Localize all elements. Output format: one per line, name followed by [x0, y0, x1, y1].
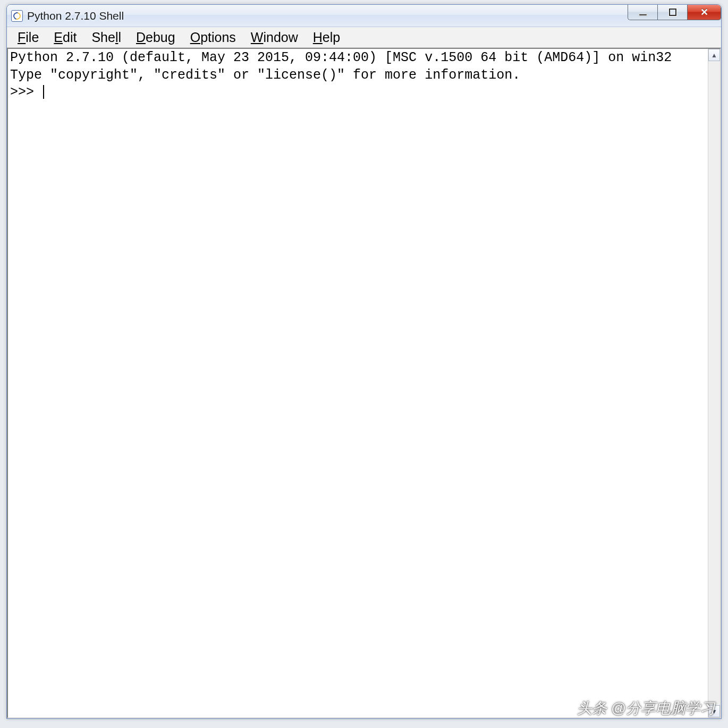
- menu-edit[interactable]: Edit: [47, 29, 83, 46]
- menu-debug[interactable]: Debug: [130, 29, 182, 46]
- close-icon: ✕: [700, 6, 708, 18]
- window-controls: ✕: [628, 4, 721, 20]
- scroll-up-button[interactable]: ▲: [708, 49, 720, 61]
- scrollbar-track[interactable]: [708, 61, 720, 705]
- scroll-down-button[interactable]: ▼: [708, 705, 720, 717]
- minimize-button[interactable]: [628, 4, 657, 20]
- maximize-button[interactable]: [657, 4, 687, 20]
- chevron-down-icon: ▼: [711, 708, 717, 715]
- menu-shell[interactable]: Shell: [85, 29, 128, 46]
- text-cursor: [43, 85, 44, 99]
- close-button[interactable]: ✕: [687, 4, 721, 20]
- maximize-icon: [669, 9, 676, 16]
- menu-window[interactable]: Window: [244, 29, 304, 46]
- shell-prompt: >>>: [10, 84, 42, 100]
- vertical-scrollbar[interactable]: ▲ ▼: [708, 49, 720, 717]
- menu-file[interactable]: File: [11, 29, 45, 46]
- shell-text-area[interactable]: Python 2.7.10 (default, May 23 2015, 09:…: [8, 49, 708, 717]
- shell-banner-line2: Type "copyright", "credits" or "license(…: [10, 67, 520, 83]
- menubar: File Edit Shell Debug Options Window Hel…: [7, 27, 721, 48]
- menu-options[interactable]: Options: [184, 29, 242, 46]
- shell-banner-line1: Python 2.7.10 (default, May 23 2015, 09:…: [10, 50, 672, 65]
- client-area: Python 2.7.10 (default, May 23 2015, 09:…: [7, 48, 721, 718]
- chevron-up-icon: ▲: [711, 52, 717, 59]
- application-window: Python 2.7.10 Shell ✕ File Edit Shell De…: [6, 4, 722, 719]
- minimize-icon: [639, 14, 647, 16]
- titlebar[interactable]: Python 2.7.10 Shell ✕: [7, 5, 721, 27]
- window-title: Python 2.7.10 Shell: [27, 10, 721, 22]
- app-icon: [11, 10, 23, 22]
- menu-help[interactable]: Help: [307, 29, 346, 46]
